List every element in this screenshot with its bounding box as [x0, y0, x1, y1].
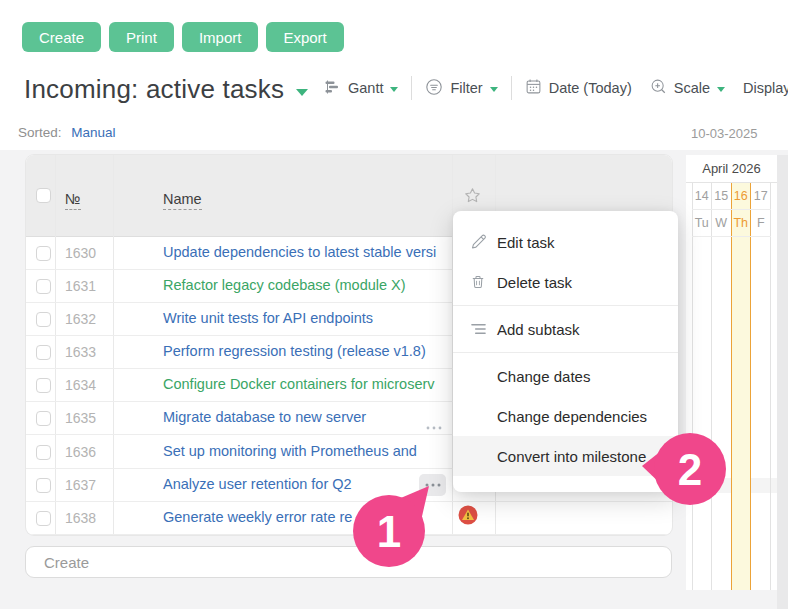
gantt-gridline: [711, 183, 712, 590]
toolbar-divider: [511, 76, 512, 100]
row-checkbox[interactable]: [36, 345, 51, 360]
gantt-date-cell: 15: [712, 183, 732, 210]
create-button[interactable]: Create: [22, 22, 101, 52]
task-link[interactable]: Set up monitoring with Prometheus and: [163, 443, 417, 459]
warning-icon[interactable]: [458, 505, 478, 525]
scale-label: Scale: [674, 80, 710, 96]
row-checkbox[interactable]: [36, 511, 51, 526]
create-bar: [25, 546, 672, 578]
select-all-checkbox[interactable]: [36, 188, 51, 203]
row-checkbox[interactable]: [36, 445, 51, 460]
row-checkbox[interactable]: [36, 246, 51, 261]
row-checkbox[interactable]: [36, 279, 51, 294]
date-today-label: Date (Today): [549, 80, 632, 96]
trash-icon: [470, 274, 486, 291]
gantt-day-cell-today: Th: [731, 210, 751, 237]
star-icon[interactable]: [463, 186, 482, 209]
row-actions-ellipsis-button[interactable]: [419, 474, 446, 496]
gantt-icon: [324, 79, 341, 98]
chevron-down-icon: [490, 87, 498, 92]
filter-label: Filter: [450, 80, 482, 96]
chevron-down-icon: [717, 87, 725, 92]
row-number: 1638: [65, 510, 96, 526]
display-dropdown[interactable]: Display: [743, 80, 788, 96]
project-date: 10-03-2025: [691, 126, 758, 141]
task-link[interactable]: Update dependencies to latest stable ver…: [163, 244, 436, 260]
task-link[interactable]: Migrate database to new server: [163, 409, 366, 425]
row-checkbox[interactable]: [36, 378, 51, 393]
menu-item-edit-task[interactable]: Edit task: [453, 222, 678, 262]
gantt-month-label: April 2026: [686, 155, 777, 183]
column-header-name[interactable]: Name: [163, 191, 202, 210]
row-number: 1630: [65, 245, 96, 261]
scale-dropdown[interactable]: Scale: [650, 78, 725, 98]
date-today-button[interactable]: Date (Today): [525, 78, 632, 98]
import-button[interactable]: Import: [182, 22, 259, 52]
menu-item-add-subtask[interactable]: Add subtask: [453, 309, 678, 349]
zoom-icon: [650, 78, 667, 98]
task-link[interactable]: Generate weekly error rate re: [163, 509, 352, 525]
task-link[interactable]: Write unit tests for API endpoints: [163, 310, 373, 326]
view-toolbar: Gantt Filter Date (Today) Scale: [324, 74, 788, 102]
sorted-label: Sorted:: [18, 125, 62, 140]
meta-row: Sorted: Manual 10-03-2025: [18, 125, 770, 143]
gantt-date-cell-today: 16: [731, 183, 751, 210]
task-link[interactable]: Refactor legacy codebase (module X): [163, 277, 406, 293]
gantt-day-cell: W: [712, 210, 732, 237]
menu-separator: [453, 305, 678, 306]
row-checkbox[interactable]: [36, 312, 51, 327]
row-number: 1637: [65, 477, 96, 493]
app-root: Create Print Import Export Incoming: act…: [0, 0, 788, 609]
subtask-icon: [470, 321, 487, 338]
title-row: Incoming: active tasks: [24, 74, 308, 104]
task-context-menu: Edit task Delete task Add subtask Change…: [453, 211, 678, 492]
gantt-view-dropdown[interactable]: Gantt: [324, 79, 398, 98]
toolbar-divider: [411, 76, 412, 100]
print-button[interactable]: Print: [109, 22, 174, 52]
gantt-day-cell: F: [751, 210, 771, 237]
scrollbar-track[interactable]: [777, 155, 788, 609]
menu-item-label: Convert into milestone: [497, 448, 646, 465]
pencil-icon: [470, 234, 487, 251]
export-button[interactable]: Export: [266, 22, 343, 52]
filter-dropdown[interactable]: Filter: [425, 78, 497, 99]
gantt-label: Gantt: [348, 80, 383, 96]
menu-item-label: Change dates: [497, 368, 590, 385]
chevron-down-icon: [390, 87, 398, 92]
column-header-number[interactable]: №: [65, 191, 81, 210]
gantt-date-cell: 14: [692, 183, 712, 210]
page-title: Incoming: active tasks: [24, 74, 284, 105]
row-checkbox[interactable]: [36, 411, 51, 426]
menu-item-label: Change dependencies: [497, 408, 647, 425]
menu-item-label: Add subtask: [497, 321, 580, 338]
task-link[interactable]: Perform regression testing (release v1.8…: [163, 343, 426, 359]
menu-item-label: Delete task: [497, 274, 572, 291]
gantt-timeline: April 2026 14 15 16 17 Tu W Th F: [686, 155, 777, 590]
table-row[interactable]: 1638 Generate weekly error rate re: [26, 502, 672, 535]
gantt-day-cell: Tu: [692, 210, 712, 237]
row-number: 1633: [65, 344, 96, 360]
row-number: 1631: [65, 278, 96, 294]
gantt-gridline: [770, 183, 771, 590]
task-link[interactable]: Configure Docker containers for microser…: [163, 376, 435, 392]
menu-item-label: Edit task: [497, 234, 555, 251]
menu-item-change-dates[interactable]: Change dates: [453, 356, 678, 396]
action-button-row: Create Print Import Export: [22, 22, 344, 52]
menu-item-convert-into-milestone[interactable]: Convert into milestone: [453, 436, 678, 476]
menu-item-delete-task[interactable]: Delete task: [453, 262, 678, 302]
menu-item-change-dependencies[interactable]: Change dependencies: [453, 396, 678, 436]
row-checkbox[interactable]: [36, 478, 51, 493]
row-number: 1634: [65, 377, 96, 393]
task-link[interactable]: Analyze user retention for Q2: [163, 476, 352, 492]
create-task-input[interactable]: [25, 546, 672, 578]
filter-icon: [425, 78, 443, 99]
display-label: Display: [743, 80, 788, 96]
sorted-manual-link[interactable]: Manual: [71, 125, 115, 140]
gantt-date-cell: 17: [751, 183, 771, 210]
menu-separator: [453, 352, 678, 353]
gantt-gridline: [692, 183, 693, 590]
row-actions-ellipsis-icon[interactable]: [426, 416, 442, 434]
title-dropdown-caret-icon[interactable]: [296, 89, 308, 96]
row-number: 1636: [65, 444, 96, 460]
row-number: 1635: [65, 410, 96, 426]
